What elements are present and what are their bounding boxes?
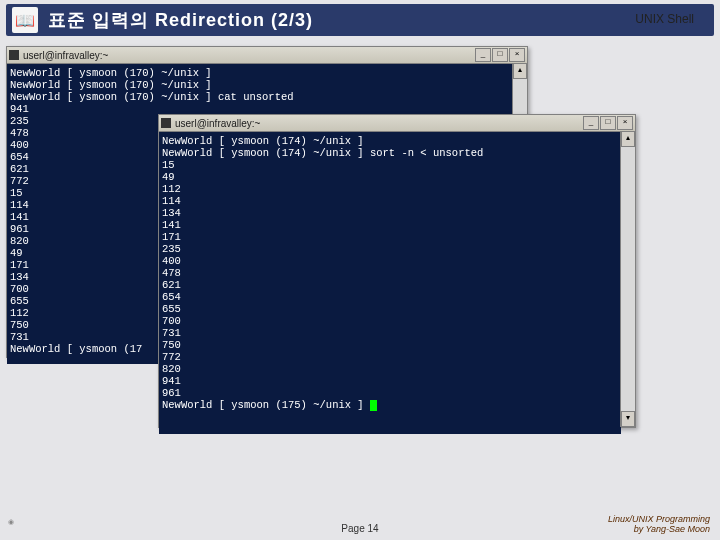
terminal-2-title: userl@infravalley:~ [175, 118, 260, 129]
credit-line-2: by Yang-Sae Moon [608, 524, 710, 534]
header-right-label: UNIX Shell [635, 12, 694, 26]
terminal-2-titlebar: userl@infravalley:~ _ □ × [159, 115, 635, 132]
footer-credit: Linux/UNIX Programming by Yang-Sae Moon [608, 514, 710, 534]
terminal-2-buttons: _ □ × [583, 116, 633, 130]
close-button[interactable]: × [509, 48, 525, 62]
maximize-button[interactable]: □ [600, 116, 616, 130]
credit-line-1: Linux/UNIX Programming [608, 514, 710, 524]
terminal-icon [9, 50, 19, 60]
terminal-1-titlebar: userl@infravalley:~ _ □ × [7, 47, 527, 64]
terminal-1-title: userl@infravalley:~ [23, 50, 108, 61]
terminal-2-content: NewWorld [ ysmoon (174) ~/unix ] NewWorl… [159, 132, 621, 434]
terminal-icon [161, 118, 171, 128]
slide-title: 표준 입력의 Redirection (2/3) [48, 8, 313, 32]
terminal-window-2: userl@infravalley:~ _ □ × NewWorld [ ysm… [158, 114, 636, 428]
footer-logo: ◉ [8, 518, 58, 534]
minimize-button[interactable]: _ [475, 48, 491, 62]
scroll-up-button[interactable]: ▴ [513, 63, 527, 79]
slide-title-bar: 📖 표준 입력의 Redirection (2/3) [6, 4, 714, 36]
minimize-button[interactable]: _ [583, 116, 599, 130]
scroll-down-button[interactable]: ▾ [621, 411, 635, 427]
scroll-track[interactable] [621, 147, 635, 411]
scroll-up-button[interactable]: ▴ [621, 131, 635, 147]
terminal-1-buttons: _ □ × [475, 48, 525, 62]
maximize-button[interactable]: □ [492, 48, 508, 62]
close-button[interactable]: × [617, 116, 633, 130]
footer: ◉ Page 14 Linux/UNIX Programming by Yang… [0, 514, 720, 534]
page-number: Page 14 [341, 523, 378, 534]
title-icon: 📖 [12, 7, 38, 33]
terminal-2-scrollbar[interactable]: ▴ ▾ [620, 131, 635, 427]
